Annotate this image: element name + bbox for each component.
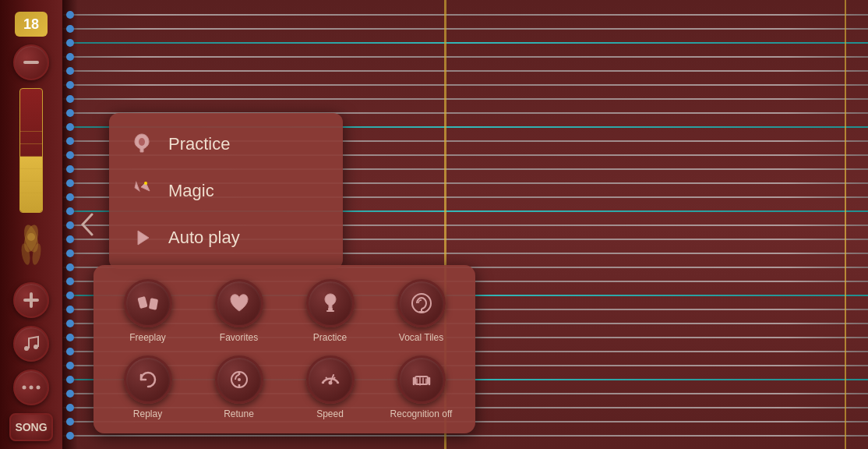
mode-menu-panel: Practice Magic Auto play xyxy=(109,113,343,269)
svg-point-23 xyxy=(238,378,241,381)
svg-point-12 xyxy=(37,386,41,390)
recognition-button[interactable] xyxy=(397,355,446,404)
floral-decoration xyxy=(8,219,55,274)
svg-point-13 xyxy=(139,138,145,146)
bottom-toolbar-panel: Freeplay Favorites Practice xyxy=(94,265,475,433)
svg-point-3 xyxy=(27,233,35,241)
volume-tick xyxy=(20,193,42,193)
practice-label: Practice xyxy=(168,134,230,154)
toolbar-item-speed[interactable]: Speed xyxy=(288,355,372,419)
autoplay-mode-icon xyxy=(128,224,156,252)
music-button[interactable] xyxy=(13,326,49,362)
practice-mode-icon xyxy=(128,130,156,158)
toolbar-grid: Freeplay Favorites Practice xyxy=(106,279,463,419)
magic-mode-icon xyxy=(128,177,156,205)
svg-point-14 xyxy=(144,182,147,185)
mode-item-magic[interactable]: Magic xyxy=(109,168,343,214)
svg-point-10 xyxy=(23,386,26,390)
volume-fill xyxy=(20,157,42,212)
retune-label: Retune xyxy=(224,408,254,419)
speed-button[interactable] xyxy=(306,355,355,404)
practice-icon xyxy=(318,291,343,316)
favorites-button[interactable] xyxy=(215,279,263,327)
plus-button[interactable] xyxy=(13,282,49,318)
speed-icon xyxy=(318,367,343,392)
recognition-icon xyxy=(409,367,434,392)
toolbar-item-vocal-tiles[interactable]: Vocal Tiles xyxy=(379,279,463,343)
svg-line-27 xyxy=(326,377,327,379)
vocal-tiles-icon xyxy=(409,291,434,316)
autoplay-label: Auto play xyxy=(168,228,240,248)
string-line xyxy=(62,98,868,100)
bridge-line xyxy=(845,0,846,449)
collapse-chevron[interactable] xyxy=(79,209,95,240)
retune-button[interactable] xyxy=(215,355,263,404)
string-line xyxy=(62,70,868,72)
music-note-icon xyxy=(22,334,41,353)
string-line xyxy=(62,84,868,86)
string-line xyxy=(62,56,868,58)
freeplay-icon xyxy=(136,291,161,316)
vocal-tiles-label: Vocal Tiles xyxy=(399,332,443,343)
minus-icon xyxy=(23,61,39,64)
svg-line-28 xyxy=(333,377,335,379)
svg-rect-15 xyxy=(137,296,147,309)
toolbar-item-recognition[interactable]: Recognition off xyxy=(379,355,463,419)
string-line xyxy=(62,28,868,30)
volume-tick xyxy=(20,181,42,182)
toolbar-item-favorites[interactable]: Favorites xyxy=(197,279,281,343)
toolbar-item-practice[interactable]: Practice xyxy=(288,279,372,343)
mode-item-autoplay[interactable]: Auto play xyxy=(109,214,343,261)
svg-rect-7 xyxy=(23,299,39,302)
svg-point-24 xyxy=(328,381,332,385)
replay-label: Replay xyxy=(133,408,162,419)
volume-slider[interactable] xyxy=(19,88,43,213)
left-sidebar: 18 xyxy=(0,0,62,449)
string-line-teal xyxy=(62,42,868,44)
toolbar-item-replay[interactable]: Replay xyxy=(106,355,189,419)
recognition-label: Recognition off xyxy=(390,408,453,419)
replay-button[interactable] xyxy=(124,355,172,404)
speed-label: Speed xyxy=(316,408,344,419)
mode-item-practice[interactable]: Practice xyxy=(109,121,343,168)
favorites-label: Favorites xyxy=(220,332,258,343)
practice-button[interactable] xyxy=(306,279,355,327)
plus-icon xyxy=(23,292,39,308)
volume-tick xyxy=(20,156,42,157)
practice-toolbar-label: Practice xyxy=(313,332,347,343)
freeplay-button[interactable] xyxy=(124,279,172,327)
string-line xyxy=(62,14,868,16)
toolbar-item-retune[interactable]: Retune xyxy=(197,355,281,419)
retune-icon xyxy=(227,367,252,392)
svg-rect-0 xyxy=(23,61,39,64)
freeplay-label: Freeplay xyxy=(129,332,166,343)
svg-rect-17 xyxy=(328,308,333,310)
favorites-icon xyxy=(227,291,252,316)
svg-point-9 xyxy=(34,345,38,349)
song-button[interactable]: SONG xyxy=(9,413,53,441)
svg-rect-18 xyxy=(326,310,334,312)
svg-rect-16 xyxy=(148,298,157,310)
more-dots-icon xyxy=(22,384,41,391)
svg-point-8 xyxy=(24,346,29,351)
volume-tick xyxy=(20,131,42,132)
toolbar-item-freeplay[interactable]: Freeplay xyxy=(106,279,189,343)
volume-tick xyxy=(20,143,42,144)
volume-tick xyxy=(20,168,42,169)
svg-point-11 xyxy=(30,386,34,390)
more-button[interactable] xyxy=(13,369,49,405)
minus-button[interactable] xyxy=(13,44,49,80)
magic-label: Magic xyxy=(168,181,214,201)
string-line xyxy=(62,435,868,437)
replay-icon xyxy=(136,367,161,392)
number-badge: 18 xyxy=(15,12,48,37)
vocal-tiles-button[interactable] xyxy=(397,279,446,327)
